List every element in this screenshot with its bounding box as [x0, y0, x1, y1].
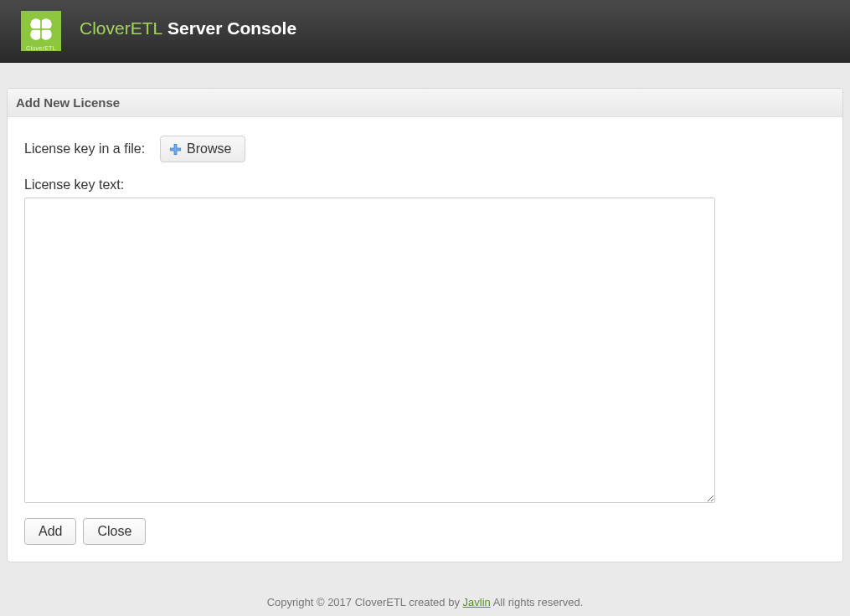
license-panel: Add New License License key in a file: B…: [7, 88, 843, 562]
svg-point-3: [40, 28, 52, 40]
plus-icon: [169, 143, 182, 156]
app-title-rest: Server Console: [162, 18, 296, 38]
text-label: License key text:: [24, 177, 826, 192]
svg-point-0: [30, 18, 42, 30]
license-key-textarea[interactable]: [24, 198, 715, 503]
file-row: License key in a file: Browse: [24, 136, 826, 162]
app-header: CloverETL CloverETL Server Console: [0, 0, 850, 63]
button-row: Add Close: [24, 518, 826, 545]
clover-icon: [27, 15, 55, 44]
footer-suffix: All rights reserved.: [491, 596, 584, 608]
app-title-brand: CloverETL: [80, 18, 162, 38]
add-button[interactable]: Add: [24, 518, 76, 545]
svg-point-2: [30, 28, 42, 40]
svg-point-1: [40, 18, 52, 30]
brand-logo: CloverETL: [21, 11, 61, 51]
footer-prefix: Copyright © 2017 CloverETL created by: [267, 596, 463, 608]
svg-rect-5: [27, 28, 55, 30]
svg-rect-9: [171, 148, 181, 150]
page-area: Add New License License key in a file: B…: [0, 63, 850, 608]
browse-button-label: Browse: [187, 141, 231, 157]
panel-title: Add New License: [8, 89, 842, 117]
footer-link[interactable]: Javlin: [463, 596, 491, 608]
close-button[interactable]: Close: [83, 518, 146, 545]
brand-logo-caption: CloverETL: [21, 45, 61, 51]
footer: Copyright © 2017 CloverETL created by Ja…: [7, 596, 843, 608]
file-label: License key in a file:: [24, 141, 145, 157]
panel-body: License key in a file: Browse License ke…: [8, 117, 842, 562]
browse-button[interactable]: Browse: [160, 136, 245, 162]
app-title: CloverETL Server Console: [80, 18, 296, 38]
